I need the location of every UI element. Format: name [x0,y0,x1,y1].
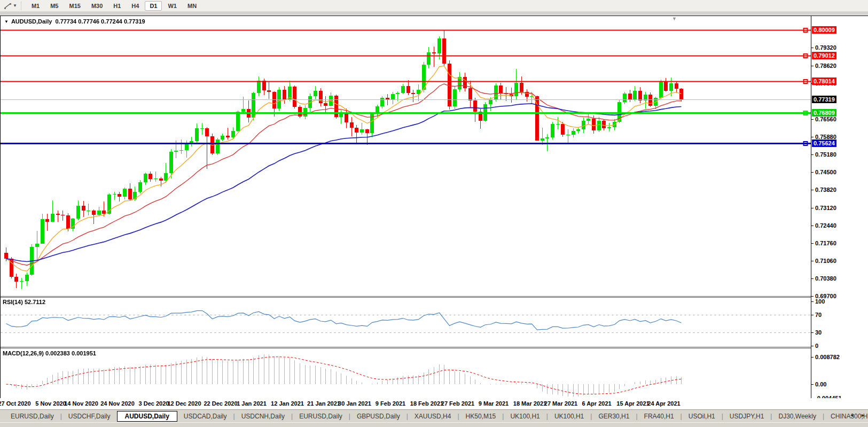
main-chart-canvas[interactable] [1,16,811,296]
chart-tab-audusd-daily[interactable]: AUDUSD,Daily [117,411,177,422]
date-tick-label: 9 Mar 2021 [479,400,509,407]
chart-tab-dj30-weekly[interactable]: DJ30,Weekly [772,411,822,422]
rsi-tick-label: 0 [815,343,818,349]
high-value: 0.77746 [78,18,99,25]
macd-tick-label: 0.00 [815,381,826,387]
tab-scroll-right-button[interactable]: ► [859,411,866,420]
date-tick-label: 24 Apr 2021 [647,400,680,407]
date-tick-label: 27 Oct 2020 [0,400,31,407]
timeframe-toolbar: ▼ M1M5M15M30H1H4D1W1MN [0,0,868,12]
low-value: 0.77244 [101,18,122,25]
date-tick-label: 27 Feb 2021 [441,400,474,407]
date-tick-label: 9 Feb 2021 [376,400,405,407]
timeframe-button-mn[interactable]: MN [183,1,201,11]
price-tick-label: 0.79320 [815,44,836,51]
price-tick-label: 0.73120 [815,205,836,211]
tab-scroll-left-button[interactable]: ◄ [848,411,855,420]
axis-tick-mark [811,119,814,120]
axis-tick-mark [811,332,814,333]
chart-tab-ger30-h1[interactable]: GER30,H1 [592,411,636,422]
price-level-badge: 0.77319 [812,96,836,103]
chart-tab-usdcad-daily[interactable]: USDCAD,Daily [177,411,233,422]
price-axis: 0.793200.786200.779400.765600.758800.751… [811,16,868,398]
date-tick-label: 21 Jan 2021 [307,400,340,407]
axis-tick-mark [811,48,814,48]
price-level-badge: 0.78014 [812,77,836,85]
price-tick-label: 0.76560 [815,116,836,122]
axis-tick-mark [811,278,814,279]
macd-panel-canvas[interactable] [1,348,811,398]
date-tick-label: 14 Nov 2020 [64,400,98,407]
date-tick-label: 15 Apr 2021 [616,400,649,407]
timeframe-button-m1[interactable]: M1 [27,1,44,11]
chart-tab-hk50-m15[interactable]: HK50,M15 [459,411,503,422]
price-tick-label: 0.70380 [815,275,836,282]
chart-tab-fra40-h1[interactable]: FRA40,H1 [638,411,681,422]
date-tick-label: 24 Nov 2020 [100,400,135,407]
chart-horizontal-scrollbar[interactable] [0,12,868,15]
price-tick-label: 0.75180 [815,151,836,158]
axis-tick-mark [811,346,814,346]
chart-tab-eurusd-daily[interactable]: EURUSD,Daily [4,411,60,422]
chart-tab-usdcnh-daily[interactable]: USDCNH,Daily [235,411,291,422]
open-value: 0.77734 [55,18,76,25]
timeframe-button-m30[interactable]: M30 [87,1,107,11]
bottom-status-strip [0,422,868,427]
chart-tab-uk100-h1[interactable]: UK100,H1 [504,411,546,422]
timeframe-button-m5[interactable]: M5 [45,1,63,11]
macd-indicator-label: MACD(12,26,9) 0.002383 0.001951 [3,350,96,356]
tab-scroll-arrows: ◄ ► [848,411,866,420]
rsi-tick-label: 30 [815,329,822,336]
rsi-tick-label: 100 [815,298,825,305]
axis-tick-mark [811,208,814,208]
axis-tick-mark [811,315,814,315]
timeframe-button-d1[interactable]: D1 [145,1,162,11]
chart-tab-usdjpy-h1[interactable]: USDJPY,H1 [723,411,770,422]
chart-tool-icon[interactable] [2,2,13,10]
price-level-badge: 0.79012 [812,52,836,59]
date-tick-label: 12 Dec 2020 [168,400,201,407]
date-tick-label: 5 Nov 2020 [35,400,66,407]
date-tick-label: 18 Mar 2021 [513,400,546,407]
close-value: 0.77319 [124,18,145,25]
chart-tab-bar: EURUSD,Daily|USDCHF,DailyAUDUSD,DailyUSD… [0,409,868,423]
chart-tab-uk100-h1[interactable]: UK100,H1 [548,411,590,422]
chart-tab-eurusd-daily[interactable]: EURUSD,Daily [293,411,349,422]
axis-tick-mark [811,296,814,297]
axis-tick-mark [811,190,814,190]
axis-tick-mark [811,261,814,261]
axis-tick-mark [811,243,814,244]
price-level-badge: 0.75624 [812,139,836,147]
date-axis: 27 Oct 20205 Nov 202014 Nov 202024 Nov 2… [0,398,868,409]
axis-tick-mark [811,66,814,66]
axis-tick-mark [811,384,814,385]
price-tick-label: 0.72440 [815,222,836,229]
rsi-indicator-label: RSI(14) 52.7112 [3,299,45,305]
timeframe-button-m15[interactable]: M15 [64,1,85,11]
chart-tab-gbpusd-daily[interactable]: GBPUSD,Daily [350,411,406,422]
timeframe-button-w1[interactable]: W1 [163,1,182,11]
axis-tick-mark [811,357,814,358]
date-tick-label: 22 Dec 2020 [204,400,238,407]
price-tick-label: 0.71060 [815,258,836,264]
rsi-tick-label: 70 [815,312,822,318]
timeframe-button-h1[interactable]: H1 [108,1,126,11]
toolbar-separator [21,2,24,10]
date-tick-label: 3 Dec 2020 [139,400,169,407]
chart-tool-dropdown-icon[interactable]: ▼ [13,3,17,8]
axis-tick-mark [811,137,814,137]
date-tick-label: 1 Jan 2021 [237,400,267,407]
chart-shift-marker-icon[interactable]: ▼ [672,16,677,21]
date-tick-label: 6 Apr 2021 [582,400,611,407]
symbol-label: AUDUSD,Daily [11,18,52,25]
chart-tab-xauusd-h4[interactable]: XAUUSD,H4 [408,411,458,422]
chart-tab-usdchf-daily[interactable]: USDCHF,Daily [62,411,117,422]
rsi-panel-canvas[interactable] [1,298,811,347]
chart-tab-usoil-h1[interactable]: USOil,H1 [682,411,722,422]
price-tick-label: 0.73820 [815,187,836,193]
symbol-collapse-icon[interactable]: ▼ [4,19,9,24]
date-tick-label: 30 Jan 2021 [338,400,371,407]
timeframe-button-h4[interactable]: H4 [127,1,144,11]
date-tick-label: 27 Mar 2021 [544,400,577,407]
date-tick-label: 18 Feb 2021 [410,400,443,407]
